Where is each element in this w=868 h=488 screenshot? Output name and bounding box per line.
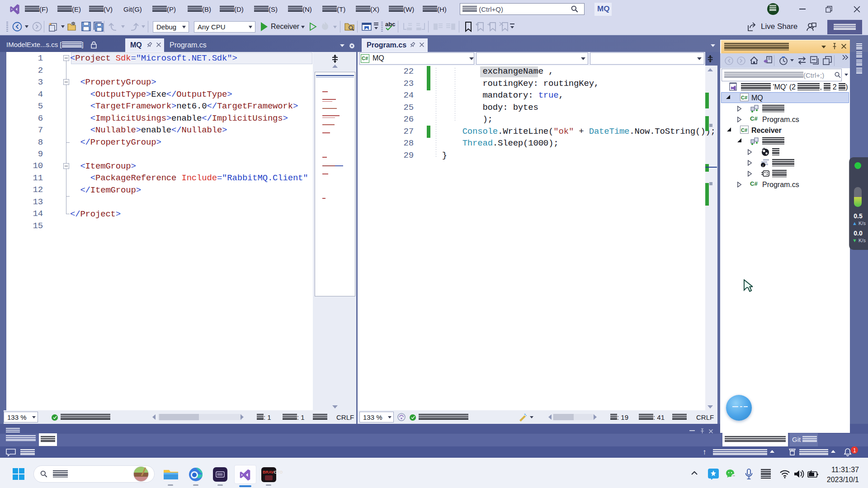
svg-text:i: i [763,164,764,168]
